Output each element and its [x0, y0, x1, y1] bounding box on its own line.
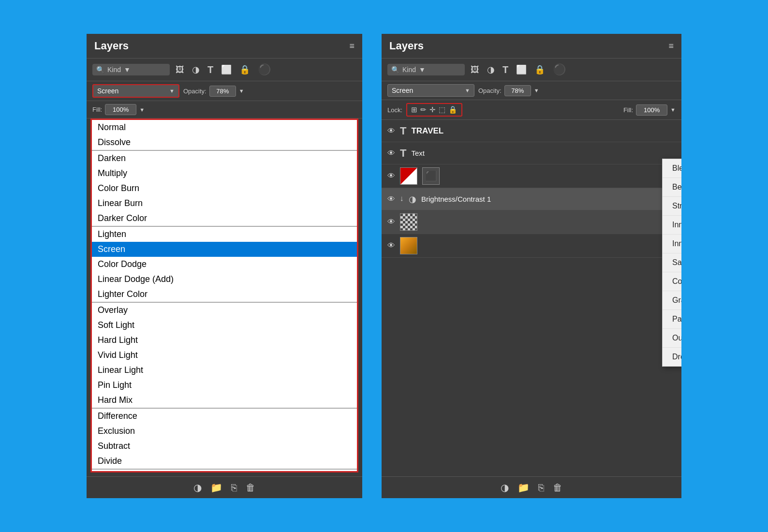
left-bottom-toolbar: ◑ 📁 ⎘ 🗑: [87, 476, 362, 498]
layer-row-red[interactable]: 👁 ⬛: [382, 164, 681, 188]
duplicate-layer-icon[interactable]: ⎘: [231, 482, 237, 493]
layer-row-photo[interactable]: 👁: [382, 234, 681, 258]
layer-row-travel[interactable]: 👁 T TRAVEL: [382, 120, 681, 142]
lock-paint-icon[interactable]: ✏: [420, 105, 427, 114]
blend-item-hard-mix[interactable]: Hard Mix: [92, 393, 357, 408]
circle-half-icon[interactable]: ◑: [190, 63, 202, 76]
ctx-inner-shadow[interactable]: Inner Shadow...: [663, 216, 681, 235]
delete-layer-icon[interactable]: 🗑: [246, 482, 255, 493]
blend-item-linear-dodge[interactable]: Linear Dodge (Add): [92, 272, 357, 287]
right-fill-value[interactable]: 100%: [636, 104, 667, 116]
eye-icon-brightness[interactable]: 👁: [387, 195, 395, 204]
ctx-gradient-overlay[interactable]: Gradient Overlay...: [663, 291, 681, 310]
eye-icon-photo[interactable]: 👁: [387, 241, 395, 250]
blend-group-color: Hue Saturation: [92, 470, 357, 473]
right-opacity-value[interactable]: 78%: [504, 85, 531, 96]
blend-item-multiply[interactable]: Multiply: [92, 166, 357, 181]
blend-item-linear-light[interactable]: Linear Light: [92, 363, 357, 378]
text-icon[interactable]: T: [206, 63, 215, 76]
ctx-drop-shadow[interactable]: Drop Shadow...: [663, 348, 681, 366]
right-panel-menu-icon[interactable]: ≡: [668, 41, 674, 51]
eye-icon-checker[interactable]: 👁: [387, 218, 395, 226]
right-new-group-icon[interactable]: 📁: [517, 482, 530, 493]
lock-artboard-icon[interactable]: ⬚: [439, 105, 445, 114]
ctx-satin[interactable]: Satin...: [663, 253, 681, 272]
layer-row-brightness[interactable]: 👁 ↑ ◑ Brightness/Contrast 1: [382, 188, 681, 210]
blend-item-normal[interactable]: Normal: [92, 120, 357, 135]
left-fill-label: Fill:: [92, 106, 102, 113]
right-duplicate-icon[interactable]: ⎘: [538, 482, 544, 493]
blend-item-vivid-light[interactable]: Vivid Light: [92, 348, 357, 363]
ctx-outer-glow[interactable]: Outer Glow...: [663, 329, 681, 348]
ctx-bevel-emboss[interactable]: Bevel Emboss...: [663, 178, 681, 197]
ctx-pattern-overlay[interactable]: Pattern Overlay...: [663, 310, 681, 329]
right-image-icon[interactable]: 🖼: [469, 64, 481, 76]
left-fill-value[interactable]: 100%: [105, 104, 136, 115]
left-panel-menu-icon[interactable]: ≡: [349, 41, 354, 51]
right-bottom-toolbar: ◑ 📁 ⎘ 🗑: [382, 476, 681, 498]
right-circle-half-icon[interactable]: ◑: [485, 63, 497, 76]
blend-item-color-burn[interactable]: Color Burn: [92, 181, 357, 196]
left-search-box[interactable]: 🔍 Kind ▼: [92, 64, 170, 75]
blend-item-color-dodge[interactable]: Color Dodge: [92, 257, 357, 272]
circle-filled-icon[interactable]: ⚫: [256, 62, 273, 77]
right-blend-dropdown[interactable]: Screen ▼: [387, 84, 474, 97]
blend-group-darken: Darken Multiply Color Burn Linear Burn D…: [92, 151, 357, 227]
type-icon-text: T: [400, 147, 406, 160]
right-search-box[interactable]: 🔍 Kind ▼: [387, 64, 465, 75]
blend-item-subtract[interactable]: Subtract: [92, 439, 357, 454]
blend-item-pin-light[interactable]: Pin Light: [92, 378, 357, 393]
search-dropdown-arrow: ▼: [124, 66, 131, 74]
blend-item-difference[interactable]: Difference: [92, 409, 357, 424]
blend-item-hue[interactable]: Hue: [92, 470, 357, 473]
new-group-icon[interactable]: 📁: [210, 482, 222, 493]
ctx-stroke[interactable]: Stroke...: [663, 197, 681, 216]
blend-item-exclusion[interactable]: Exclusion: [92, 424, 357, 439]
blend-item-lighten[interactable]: Lighten: [92, 227, 357, 242]
blend-item-overlay[interactable]: Overlay: [92, 303, 357, 318]
right-new-fill-icon[interactable]: ◑: [501, 482, 509, 493]
lock-move-icon[interactable]: ✛: [429, 105, 436, 114]
lock-small-icon[interactable]: 🔒: [237, 63, 252, 76]
ctx-color-overlay[interactable]: Color Overlay...: [663, 272, 681, 291]
new-fill-layer-icon[interactable]: ◑: [193, 482, 202, 493]
image-icon[interactable]: 🖼: [174, 64, 186, 76]
layer-name-brightness: Brightness/Contrast 1: [421, 195, 676, 203]
lock-all-icon[interactable]: 🔒: [448, 105, 458, 114]
blend-arrow: ▼: [169, 88, 175, 94]
eye-icon-travel[interactable]: 👁: [387, 127, 395, 135]
right-panel-toolbar: 🔍 Kind ▼ 🖼 ◑ T ⬜ 🔒 ⚫: [382, 59, 681, 81]
search-icon: 🔍: [96, 66, 104, 74]
fill-arrow: ▼: [139, 107, 145, 113]
right-transform-icon[interactable]: ⬜: [514, 63, 529, 76]
left-panel-header: Layers ≡: [87, 34, 362, 59]
blend-item-hard-light[interactable]: Hard Light: [92, 333, 357, 348]
layer-row-text[interactable]: 👁 T Text: [382, 142, 681, 164]
blend-item-darker-color[interactable]: Darker Color: [92, 211, 357, 226]
right-text-icon[interactable]: T: [501, 63, 510, 76]
blend-item-dissolve[interactable]: Dissolve: [92, 135, 357, 150]
left-fill-group: Fill: 100% ▼: [92, 104, 145, 115]
layer-row-checker[interactable]: 👁 🔒: [382, 210, 681, 234]
blend-item-darken[interactable]: Darken: [92, 151, 357, 166]
transform-icon[interactable]: ⬜: [219, 63, 234, 76]
right-circle-filled-icon[interactable]: ⚫: [551, 62, 568, 77]
right-lock-small-icon[interactable]: 🔒: [532, 63, 547, 76]
blend-item-divide[interactable]: Divide: [92, 454, 357, 469]
layer-name-travel: TRAVEL: [411, 126, 676, 136]
eye-icon-text[interactable]: 👁: [387, 149, 395, 158]
blend-item-soft-light[interactable]: Soft Light: [92, 318, 357, 333]
eye-icon-red[interactable]: 👁: [387, 172, 395, 180]
ctx-inner-glow[interactable]: Inner Glow...: [663, 235, 681, 253]
blend-mode-list[interactable]: Normal Dissolve Darken Multiply Color Bu…: [90, 118, 358, 473]
left-opacity-value[interactable]: 78%: [209, 86, 236, 97]
blend-item-linear-burn[interactable]: Linear Burn: [92, 196, 357, 211]
right-delete-icon[interactable]: 🗑: [553, 482, 562, 493]
blend-item-screen[interactable]: Screen: [92, 242, 357, 257]
left-blend-dropdown[interactable]: Screen ▼: [92, 84, 179, 98]
right-fill-arrow: ▼: [670, 107, 676, 113]
blend-item-lighter-color[interactable]: Lighter Color: [92, 287, 357, 302]
lock-pixels-icon[interactable]: ⊞: [411, 105, 417, 114]
ctx-blending-options[interactable]: Blending Options...: [663, 159, 681, 178]
left-panel-toolbar: 🔍 Kind ▼ 🖼 ◑ T ⬜ 🔒 ⚫: [87, 59, 362, 81]
